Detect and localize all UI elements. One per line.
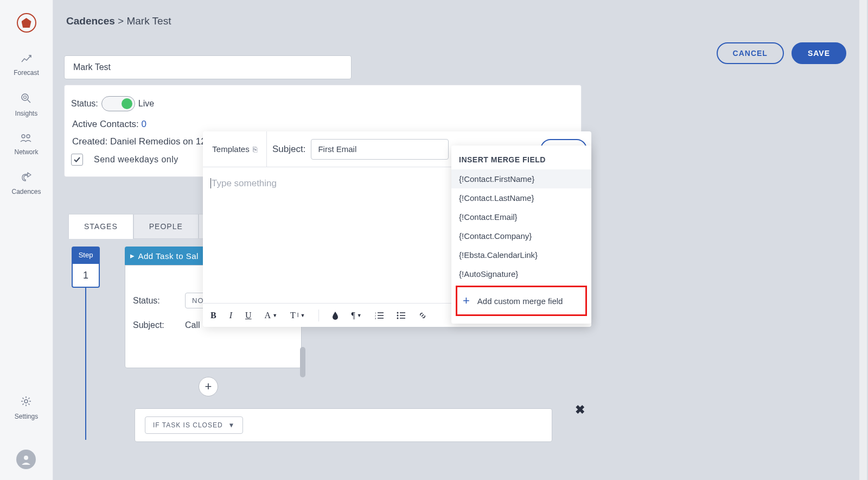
status-label: Status: — [71, 99, 98, 109]
tab-stages[interactable]: STAGES — [68, 214, 133, 239]
plus-icon: + — [463, 294, 470, 308]
caret-down-icon: ▼ — [228, 421, 235, 429]
link-button[interactable] — [418, 311, 427, 320]
active-contacts-label: Active Contacts: — [72, 119, 139, 129]
nav-label: Network — [14, 148, 38, 156]
step-connector — [85, 288, 86, 440]
ordered-list-button[interactable]: 123 — [375, 312, 384, 319]
font-family-button[interactable]: A▼ — [265, 311, 277, 320]
templates-label: Templates — [212, 144, 249, 154]
tag-icon: ⎘ — [253, 145, 257, 154]
condition-dropdown[interactable]: IF TASK IS CLOSED ▼ — [145, 416, 243, 434]
svg-point-17 — [397, 317, 398, 319]
templates-button[interactable]: Templates ⎘ — [203, 131, 267, 167]
nav-insights[interactable]: Insights — [15, 93, 37, 117]
condition-card: IF TASK IS CLOSED ▼ — [135, 408, 552, 442]
cancel-button[interactable]: CANCEL — [717, 42, 784, 64]
nav-settings[interactable]: Settings — [15, 396, 38, 420]
toolbar-separator — [318, 310, 319, 321]
created-text: Daniel Remedios on 12, — [110, 136, 208, 147]
save-button[interactable]: SAVE — [792, 42, 846, 64]
svg-point-13 — [397, 312, 398, 313]
status-toggle[interactable] — [101, 96, 135, 111]
nav-label: Settings — [15, 413, 38, 420]
tab-people[interactable]: PEOPLE — [133, 214, 199, 239]
task-subject-value: Call — [185, 320, 200, 330]
network-icon — [20, 134, 32, 145]
step-number: 1 — [72, 263, 100, 288]
merge-item[interactable]: {!Contact.FirstName} — [451, 169, 591, 188]
add-task-label: Add Task to Sal — [138, 251, 199, 261]
forecast-icon — [21, 54, 32, 66]
card-scrollbar[interactable] — [300, 347, 305, 377]
merge-dropdown-title: INSERT MERGE FIELD — [451, 153, 591, 169]
nav-label: Insights — [15, 110, 37, 117]
merge-item[interactable]: {!Contact.Email} — [451, 207, 591, 226]
add-custom-merge-field[interactable]: + Add custom merge field — [456, 286, 587, 316]
italic-button[interactable]: I — [229, 311, 232, 320]
svg-point-0 — [22, 94, 28, 100]
merge-item[interactable]: {!Contact.LastName} — [451, 188, 591, 207]
underline-button[interactable]: U — [245, 311, 252, 320]
condition-label: IF TASK IS CLOSED — [153, 421, 223, 429]
user-avatar[interactable] — [16, 450, 36, 469]
merge-item[interactable]: {!AutoSignature} — [451, 264, 591, 283]
caret-right-icon: ▸ — [130, 251, 135, 261]
add-custom-label: Add custom merge field — [477, 296, 563, 306]
breadcrumb-root[interactable]: Cadences — [66, 15, 115, 27]
weekdays-checkbox[interactable] — [71, 154, 83, 166]
created-label: Created: — [72, 136, 107, 147]
color-button[interactable] — [332, 311, 339, 320]
bold-button[interactable]: B — [210, 311, 216, 320]
insights-icon — [21, 93, 31, 106]
nav-label: Cadences — [11, 188, 41, 195]
top-buttons: CANCEL SAVE — [717, 42, 846, 64]
add-step-button[interactable]: + — [199, 377, 218, 396]
svg-point-4 — [27, 135, 30, 138]
merge-field-dropdown: INSERT MERGE FIELD {!Contact.FirstName} … — [451, 146, 591, 324]
breadcrumb-current: Mark Test — [126, 15, 171, 27]
nav-network[interactable]: Network — [14, 134, 38, 156]
weekdays-label: Send weekdays only — [94, 155, 178, 165]
task-subject-label: Subject: — [133, 320, 185, 330]
svg-point-3 — [22, 135, 25, 138]
step-badge: Step — [72, 247, 100, 263]
active-contacts-count[interactable]: 0 — [142, 119, 146, 129]
close-icon[interactable]: ✖ — [575, 403, 585, 417]
subject-label: Subject: — [272, 144, 305, 155]
task-status-label: Status: — [133, 296, 185, 306]
font-size-button[interactable]: TI▼ — [290, 311, 305, 320]
status-value: Live — [138, 99, 154, 109]
svg-point-15 — [397, 314, 398, 316]
svg-point-6 — [24, 456, 28, 460]
merge-item[interactable]: {!Contact.Company} — [451, 226, 591, 245]
editor-placeholder: Type something — [210, 178, 277, 188]
svg-text:3: 3 — [375, 317, 376, 319]
svg-line-2 — [28, 100, 30, 103]
paragraph-button[interactable]: ¶▼ — [352, 311, 362, 320]
sidebar: Forecast Insights Network Cadences Setti… — [0, 0, 53, 480]
gear-icon — [21, 396, 31, 409]
app-logo[interactable] — [17, 13, 36, 33]
subject-input[interactable] — [311, 139, 449, 160]
nav-cadences[interactable]: Cadences — [11, 172, 41, 195]
breadcrumb-sep: > — [118, 15, 124, 27]
breadcrumb: Cadences > Mark Test — [66, 15, 171, 27]
svg-point-5 — [24, 400, 28, 403]
nav-label: Forecast — [14, 69, 39, 77]
nav-forecast[interactable]: Forecast — [14, 54, 39, 77]
unordered-list-button[interactable] — [397, 312, 405, 319]
cadences-icon — [21, 172, 31, 185]
merge-item[interactable]: {!Ebsta.CalendarLink} — [451, 245, 591, 264]
svg-point-1 — [24, 96, 27, 99]
cadence-name-input[interactable] — [64, 55, 352, 79]
